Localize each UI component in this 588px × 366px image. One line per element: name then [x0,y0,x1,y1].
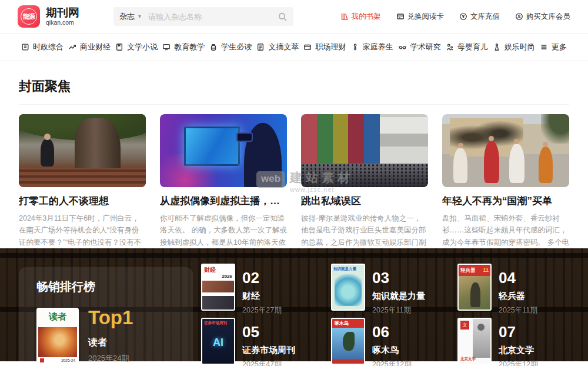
nav-label: 学生必读 [221,42,252,52]
redeem-card-link[interactable]: 兑换阅读卡 [396,12,445,22]
bookshelf-icon [340,12,349,21]
nav-item-digest[interactable]: 文摘文萃 [256,42,299,52]
nav-item-students[interactable]: 学生必读 [209,42,252,52]
article-title[interactable]: 年轻人不再为“国潮”买单 [442,194,569,208]
category-nav: 时政综合 商业财经 文学小说 教育教学 学生必读 文摘文萃 职场理财 家庭养生 [0,33,588,61]
recharge-link[interactable]: 文库充值 [459,12,500,22]
my-bookshelf-link[interactable]: 我的书架 [340,12,381,22]
rank-item-top1[interactable]: 读者 2025·24 Top1 读者 2025年24期 [36,308,175,365]
nav-item-business[interactable]: 商业财经 [68,42,111,52]
buy-membership-label: 购买文库会员 [526,12,570,22]
divider [19,104,569,105]
vr-headset [236,132,253,142]
rank-item-6[interactable]: 啄木鸟 06 啄木鸟 2025年12期 [331,318,457,366]
rank-item-4[interactable]: 轻兵器 11 04 轻兵器 2025年11期 [457,264,575,318]
red-seal-logo: 文 [460,321,469,330]
article-card-virtual-idol[interactable]: 从虚拟偶像到虚拟主播，一… 你可能不了解虚拟偶像，但你一定知道洛天依。 的确，大… [160,114,287,248]
crowd [301,164,428,187]
nav-item-entertainment[interactable]: 娱乐时尚 [493,42,535,52]
site-domain: qikan.com [46,19,79,26]
magazine-name[interactable]: 知识就是力量 [372,291,425,302]
nav-item-literature[interactable]: 文学小说 [115,42,158,52]
cover-masthead: 北京文学 [460,357,476,362]
nav-item-politics[interactable]: 时政综合 [21,42,64,52]
nav-item-finance[interactable]: 职场理财 [303,42,346,52]
digest-icon [256,43,265,51]
membership-icon [515,12,523,21]
article-card-guochao[interactable]: 年轻人不再为“国潮”买单 盘扣、马面裙、宋锦外套、香云纱衬衫……这些听起来颇具年… [442,114,569,248]
bestseller-panel: 畅销排行榜 读者 2025·24 Top1 读者 2025年24期 [19,267,193,366]
cover-masthead: 啄木鸟 [335,320,349,327]
hamburger-icon [540,43,548,51]
colored-glass-panels [301,114,380,168]
search-input[interactable] [148,12,278,21]
article-title[interactable]: 打零工的人不谈理想 [19,194,146,208]
search-bar: 杂志 ▼ [113,7,293,26]
article-title[interactable]: 从虚拟偶像到虚拟主播，一… [160,194,287,208]
magazine-name[interactable]: 读者 [88,337,133,349]
nav-item-academic[interactable]: 学术研究 [398,42,441,52]
soldier-figure [470,282,480,307]
nav-item-education[interactable]: 教育教学 [162,42,205,52]
rank-grid: 财经 2026 02 财经 2025年27期 知识就是力量 03 [201,264,575,366]
nav-item-family-health[interactable]: 家庭养生 [351,42,393,52]
chevron-down-icon: ▼ [137,14,142,19]
mother-baby-icon [446,43,454,51]
search-icon [278,12,288,22]
nav-item-parenting[interactable]: 母婴育儿 [446,42,488,52]
article-desc: 2024年3月11日下午6时，广州白云，在南天广场外等待机会的人“没有身份证的要… [19,212,146,248]
rank-number: 03 [372,270,425,285]
nav-label: 母婴育儿 [457,42,488,52]
nav-label: 商业财经 [80,42,111,52]
article-title[interactable]: 跳出私域误区 [301,194,428,208]
reading-card-icon [396,12,405,21]
magazine-name[interactable]: 财经 [242,291,282,302]
rank-item-2[interactable]: 财经 2026 02 财经 2025年27期 [201,264,331,318]
magazine-issue: 2025年12期 [372,360,412,366]
article-desc: 彼得·摩尔是游戏业的传奇人物之一，他曾是电子游戏行业巨头世嘉美国分部的总裁，之后… [301,212,428,248]
magazine-cover-zhishi[interactable]: 知识就是力量 [331,264,365,311]
trend-icon [68,43,76,51]
recharge-icon [459,12,467,21]
article-cards: 打零工的人不谈理想 2024年3月11日下午6时，广州白云，在南天广场外等待机会… [19,114,569,248]
woodpecker-art [343,332,355,351]
article-card-private-domain[interactable]: 跳出私域误区 彼得·摩尔是游戏业的传奇人物之一，他曾是电子游戏行业巨头世嘉美国分… [301,114,428,248]
magazine-name[interactable]: 轻兵器 [499,291,537,302]
magazine-name[interactable]: 证券市场周刊 [242,345,295,356]
glasses-icon [398,43,407,51]
cover-masthead: 知识就是力量 [333,267,363,272]
magazine-cover-beijingwenxue[interactable]: 文 北京文学 [457,318,492,365]
nav-label: 时政综合 [33,42,64,52]
rank-number: 07 [499,324,538,340]
top1-badge: Top1 [88,308,133,327]
magazine-cover-zhuomuniao[interactable]: 啄木鸟 [331,318,365,365]
magazine-cover-zhengquan[interactable]: 证券市场周刊 AI [201,318,235,365]
rank-item-7[interactable]: 文 北京文学 07 北京文学 2025年12期 [457,318,575,366]
rank-number: 04 [499,270,537,285]
rank-item-3[interactable]: 知识就是力量 03 知识就是力量 2025年11期 [331,264,457,318]
rank-number: 02 [242,270,282,285]
magazine-name[interactable]: 北京文学 [499,345,538,356]
fashion-icon [493,43,501,51]
family-icon [351,43,359,51]
nav-label: 学术研究 [410,42,441,52]
magazine-name[interactable]: 啄木鸟 [372,345,412,356]
section-title: 封面聚焦 [19,78,569,95]
cover-masthead: 财经 [204,266,216,274]
article-card-gig-worker[interactable]: 打零工的人不谈理想 2024年3月11日下午6时，广州白云，在南天广场外等待机会… [19,114,146,248]
magazine-cover-qingbingqi[interactable]: 轻兵器 11 [457,264,492,311]
nav-item-more[interactable]: 更多 [540,42,567,52]
site-logo[interactable]: 龍源 期刊网 qikan.com [18,5,79,28]
search-category-dropdown[interactable]: 杂志 ▼ [119,11,142,22]
buy-membership-link[interactable]: 购买文库会员 [515,12,570,22]
search-button[interactable] [278,12,288,22]
wallet-icon [303,43,312,51]
rank-item-5[interactable]: 证券市场周刊 AI 05 证券市场周刊 2025年47期 [201,318,331,366]
sitting-man [41,139,55,167]
wooden-fence [19,168,146,187]
nav-label: 家庭养生 [363,42,393,52]
magazine-cover-duzhe[interactable]: 读者 2025·24 [36,308,79,365]
site-name: 期刊网 [46,7,79,19]
magazine-cover-caijing[interactable]: 财经 2026 [201,264,235,311]
newspaper-icon [21,43,29,51]
